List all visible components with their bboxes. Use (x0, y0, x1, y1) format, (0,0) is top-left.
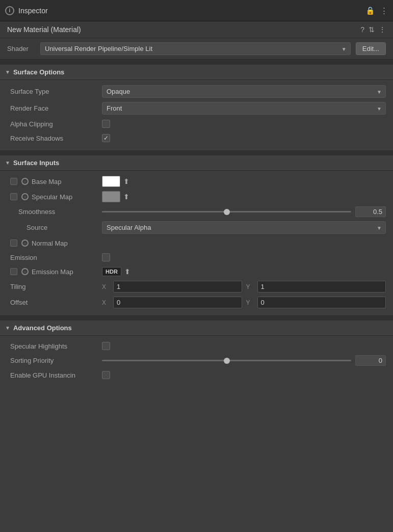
enable-gpu-checkbox[interactable] (102, 371, 110, 379)
specular-map-swatch-row: ⬆ (102, 191, 129, 202)
tiling-inputs: X Y (102, 281, 386, 292)
sorting-priority-slider[interactable] (102, 360, 351, 361)
specular-map-label-group: ○ Specular Map (10, 193, 102, 201)
receive-shadows-checkbox[interactable]: ✓ (102, 134, 110, 142)
shader-label: Shader (7, 45, 35, 52)
tiling-x-label: X (102, 283, 109, 290)
render-face-row: Render Face Front ▼ (0, 100, 393, 117)
section-separator (0, 60, 393, 65)
alpha-clipping-checkbox[interactable] (102, 120, 110, 128)
source-select[interactable]: Specular Alpha (102, 221, 386, 234)
emission-map-row: ○ Emission Map HDR ⬆ (0, 264, 393, 279)
surface-type-label: Surface Type (10, 88, 102, 95)
normal-map-row: ○ Normal Map (0, 236, 393, 250)
help-icon[interactable]: ? (360, 25, 364, 34)
emission-map-circle-icon: ○ (21, 268, 29, 275)
section-separator-2 (0, 150, 393, 155)
collapse-triangle-3: ▼ (5, 325, 10, 331)
smoothness-value[interactable] (355, 206, 386, 217)
advanced-options-header[interactable]: ▼ Advanced Options (0, 321, 393, 336)
surface-type-row: Surface Type Opaque ▼ (0, 83, 393, 100)
normal-map-visibility-checkbox[interactable] (10, 240, 17, 247)
specular-map-visibility-checkbox[interactable] (10, 193, 17, 200)
surface-inputs-title: Surface Inputs (13, 159, 59, 167)
specular-highlights-checkbox[interactable] (102, 342, 110, 350)
specular-map-eyedropper[interactable]: ⬆ (123, 193, 129, 201)
offset-x-input[interactable] (113, 297, 242, 308)
more-icon[interactable]: ⋮ (379, 25, 386, 34)
emission-map-swatch-row: HDR ⬆ (102, 267, 130, 276)
base-map-label-group: ○ Base Map (10, 178, 102, 185)
specular-map-row: ○ Specular Map ⬆ (0, 189, 393, 204)
lock-icon[interactable]: 🔒 (365, 6, 375, 15)
edit-button[interactable]: Edit... (356, 42, 386, 55)
tiling-x-input[interactable] (113, 281, 242, 292)
collapse-triangle-2: ▼ (5, 160, 10, 166)
advanced-options-body: Specular Highlights Sorting Priority Ena… (0, 336, 393, 386)
surface-options-body: Surface Type Opaque ▼ Render Face Front … (0, 80, 393, 149)
offset-x-label: X (102, 299, 109, 306)
tiling-label: Tiling (10, 283, 102, 290)
emission-map-label-group: ○ Emission Map (10, 268, 102, 276)
specular-map-color-swatch[interactable] (102, 191, 120, 202)
base-map-eyedropper[interactable]: ⬆ (123, 177, 129, 185)
offset-inputs: X Y (102, 297, 386, 308)
emission-map-visibility-checkbox[interactable] (10, 268, 17, 275)
base-map-visibility-checkbox[interactable] (10, 178, 17, 185)
offset-label: Offset (10, 299, 102, 306)
source-row: Source Specular Alpha ▼ (0, 219, 393, 236)
specular-map-circle-icon: ○ (21, 193, 29, 200)
emission-map-eyedropper[interactable]: ⬆ (124, 268, 130, 276)
smoothness-row: Smoothness (0, 204, 393, 219)
base-map-color-swatch[interactable] (102, 176, 120, 187)
shader-dropdown-container: Universal Render Pipeline/Simple Lit ▼ (40, 42, 351, 55)
sorting-priority-slider-container (102, 355, 386, 366)
tiling-y-label: Y (246, 283, 253, 290)
shader-select[interactable]: Universal Render Pipeline/Simple Lit (40, 42, 351, 55)
surface-type-select[interactable]: Opaque (102, 85, 386, 98)
alpha-clipping-row: Alpha Clipping (0, 117, 393, 131)
tiling-row: Tiling X Y (0, 279, 393, 295)
source-dropdown-container: Specular Alpha ▼ (102, 221, 386, 234)
sorting-priority-value[interactable] (355, 355, 386, 366)
hdr-badge[interactable]: HDR (102, 267, 121, 276)
emission-checkbox[interactable] (102, 253, 110, 261)
smoothness-slider[interactable] (102, 211, 351, 212)
surface-inputs-body: ○ Base Map ⬆ ○ Specular Map ⬆ Smoothness (0, 171, 393, 314)
normal-map-label: Normal Map (32, 240, 68, 247)
material-name: New Material (Material) (7, 25, 81, 34)
render-face-select[interactable]: Front (102, 102, 386, 115)
enable-gpu-row: Enable GPU Instancin (0, 368, 393, 382)
normal-map-circle-icon: ○ (21, 240, 29, 247)
tiling-y-input[interactable] (257, 281, 386, 292)
render-face-dropdown-container: Front ▼ (102, 102, 386, 115)
receive-shadows-label: Receive Shadows (10, 135, 102, 142)
smoothness-slider-container (102, 206, 386, 217)
offset-row: Offset X Y (0, 295, 393, 310)
sorting-priority-label: Sorting Priority (10, 357, 102, 364)
specular-highlights-row: Specular Highlights (0, 339, 393, 353)
title-bar-actions: 🔒 ⋮ (365, 6, 388, 15)
material-actions: ? ⇅ ⋮ (360, 25, 386, 34)
surface-type-dropdown-container: Opaque ▼ (102, 85, 386, 98)
collapse-triangle: ▼ (5, 69, 10, 75)
inspector-title: Inspector (18, 7, 361, 15)
more-options-icon[interactable]: ⋮ (380, 6, 388, 15)
offset-y-input[interactable] (257, 297, 386, 308)
smoothness-label: Smoothness (10, 208, 102, 216)
surface-inputs-header[interactable]: ▼ Surface Inputs (0, 155, 393, 171)
section-separator-3 (0, 315, 393, 321)
surface-inputs-section: ▼ Surface Inputs ○ Base Map ⬆ ○ Specular… (0, 155, 393, 314)
specular-highlights-label: Specular Highlights (10, 342, 102, 350)
shader-row: Shader Universal Render Pipeline/Simple … (0, 38, 393, 60)
alpha-clipping-label: Alpha Clipping (10, 120, 102, 128)
settings-icon[interactable]: ⇅ (369, 25, 375, 34)
sorting-priority-row: Sorting Priority (0, 353, 393, 368)
enable-gpu-label: Enable GPU Instancin (10, 371, 102, 379)
surface-options-header[interactable]: ▼ Surface Options (0, 65, 393, 80)
emission-row: Emission (0, 250, 393, 264)
title-bar: i Inspector 🔒 ⋮ (0, 0, 393, 21)
emission-label: Emission (10, 254, 102, 261)
inspector-icon: i (5, 6, 14, 15)
source-label: Source (10, 224, 102, 231)
